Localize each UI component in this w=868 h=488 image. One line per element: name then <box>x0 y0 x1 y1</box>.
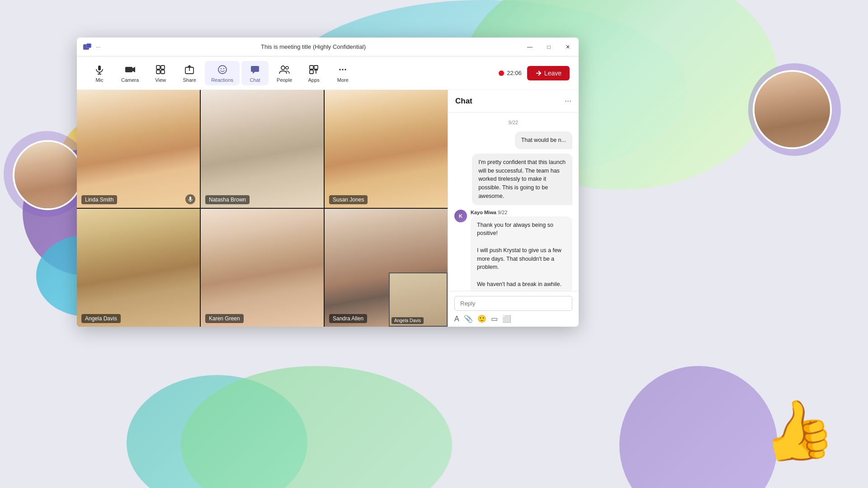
video-feed-susan <box>325 90 448 208</box>
teams-window: ··· This is meeting title (Highly Confid… <box>77 38 579 327</box>
more-button[interactable]: More <box>329 61 356 85</box>
people-label: People <box>277 77 292 83</box>
chat-toolbar-row: A 📎 🙂 ▭ ⬜ <box>454 314 572 323</box>
share-button[interactable]: Share <box>176 61 203 85</box>
gif-icon[interactable]: ▭ <box>491 314 498 323</box>
svg-rect-3 <box>98 66 101 70</box>
participant-name-sandra: Sandra Allen <box>329 314 367 323</box>
mini-cam-overlay: Angela Davis <box>389 272 448 327</box>
video-feed-karen <box>201 209 324 327</box>
video-feed-natasha <box>201 90 324 208</box>
chat-icon <box>249 64 261 75</box>
close-button[interactable]: ✕ <box>559 41 577 53</box>
emoji-icon[interactable]: 🙂 <box>477 314 486 323</box>
toolbar-right: 22:06 Leave <box>499 66 570 80</box>
people-icon <box>278 64 290 75</box>
message-bubble-long: I'm pretty confident that this launch wi… <box>472 154 572 205</box>
recording-time: 22:06 <box>507 70 522 76</box>
svg-rect-8 <box>156 66 160 69</box>
bg-green-bottom-circle <box>181 366 452 488</box>
chat-reply-input[interactable] <box>454 296 572 311</box>
video-grid: Linda Smith Natasha Brown Susan Jones <box>77 90 448 327</box>
participant-name-angela: Angela Davis <box>81 314 121 323</box>
chat-button[interactable]: Chat <box>241 61 269 85</box>
minimize-button[interactable]: — <box>521 41 539 53</box>
maximize-button[interactable]: □ <box>540 41 558 53</box>
svg-point-26 <box>342 69 344 70</box>
camera-label: Camera <box>121 77 139 83</box>
leave-button[interactable]: Leave <box>527 66 570 80</box>
svg-point-18 <box>281 66 285 70</box>
mic-button[interactable]: Mic <box>86 61 113 85</box>
chat-header: Chat ··· <box>448 90 579 113</box>
video-cell-sandra: Sandra Allen Angela Davis <box>325 209 448 327</box>
leave-label: Leave <box>544 70 561 77</box>
apps-button[interactable]: Apps <box>300 61 327 85</box>
message-date-1: 9/22 <box>454 120 572 125</box>
view-icon <box>155 64 166 75</box>
view-label: View <box>155 77 166 83</box>
apps-icon <box>308 64 320 75</box>
view-button[interactable]: View <box>147 61 174 85</box>
more-icon <box>337 64 349 75</box>
kayo-line3: We haven't had a break in awhile. <box>477 281 561 287</box>
participant-name-natasha: Natasha Brown <box>205 195 250 204</box>
bg-teal-bottom-circle <box>127 375 307 488</box>
video-cell-linda: Linda Smith <box>77 90 200 208</box>
svg-point-25 <box>340 69 341 70</box>
message-bubble-truncated: That would be n... <box>515 131 572 149</box>
right-avatar-circle <box>753 70 832 149</box>
svg-rect-20 <box>310 66 313 69</box>
mic-muted-icon <box>185 194 195 204</box>
video-cell-karen: Karen Green <box>201 209 324 327</box>
kayo-line1: Thank you for always being so positive! <box>477 222 553 237</box>
svg-rect-16 <box>251 66 259 72</box>
left-avatar-circle <box>13 140 83 210</box>
chat-panel: Chat ··· 9/22 That would be n... I'm pre… <box>448 90 579 327</box>
reactions-icon <box>217 64 228 75</box>
svg-rect-6 <box>125 67 132 72</box>
video-feed-linda <box>77 90 200 208</box>
video-cell-susan: Susan Jones <box>325 90 448 208</box>
msg-right-long: I'm pretty confident that this launch wi… <box>454 154 572 205</box>
reactions-button[interactable]: Reactions <box>205 61 240 85</box>
video-cell-natasha: Natasha Brown <box>201 90 324 208</box>
video-feed-angela <box>77 209 200 327</box>
kayo-line2: I will push Krystal to give us a few mor… <box>477 247 561 271</box>
svg-rect-11 <box>161 70 165 74</box>
video-cell-angela: Angela Davis <box>77 209 200 327</box>
format-text-icon[interactable]: A <box>454 315 459 323</box>
participant-name-karen: Karen Green <box>205 314 244 323</box>
thumbs-up-emoji: 👍 <box>755 391 840 471</box>
mini-cam-label: Angela Davis <box>392 317 424 324</box>
recording-dot <box>499 70 504 76</box>
participant-name-linda: Linda Smith <box>81 195 117 204</box>
attach-icon[interactable]: 📎 <box>464 314 473 323</box>
camera-button[interactable]: Camera <box>115 61 145 85</box>
svg-marker-7 <box>132 67 135 72</box>
svg-point-27 <box>345 69 347 70</box>
svg-rect-24 <box>310 70 313 74</box>
svg-point-13 <box>218 66 226 74</box>
chat-more-button[interactable]: ··· <box>565 96 571 106</box>
svg-rect-29 <box>189 197 191 200</box>
chat-label: Chat <box>250 77 260 83</box>
message-bubble-kayo: Thank you for always being so positive! … <box>471 216 572 291</box>
reactions-label: Reactions <box>211 77 233 83</box>
meeting-title: This is meeting title (Highly Confidenti… <box>106 43 521 50</box>
main-content: Linda Smith Natasha Brown Susan Jones <box>77 90 579 327</box>
msg-right-truncated: That would be n... <box>454 131 572 149</box>
more-label: More <box>337 77 349 83</box>
mic-icon <box>94 64 105 75</box>
title-bar-controls: — □ ✕ <box>521 41 579 53</box>
leave-icon <box>535 70 542 76</box>
svg-marker-17 <box>253 72 255 74</box>
people-button[interactable]: People <box>270 61 298 85</box>
share-label: Share <box>183 77 196 83</box>
chat-title: Chat <box>455 97 472 106</box>
message-sender-kayo: Kayo Miwa 9/22 <box>471 210 572 215</box>
sticker-icon[interactable]: ⬜ <box>502 314 511 323</box>
svg-point-19 <box>286 66 288 69</box>
mic-label: Mic <box>95 77 103 83</box>
avatar-kayo: K <box>454 210 467 222</box>
